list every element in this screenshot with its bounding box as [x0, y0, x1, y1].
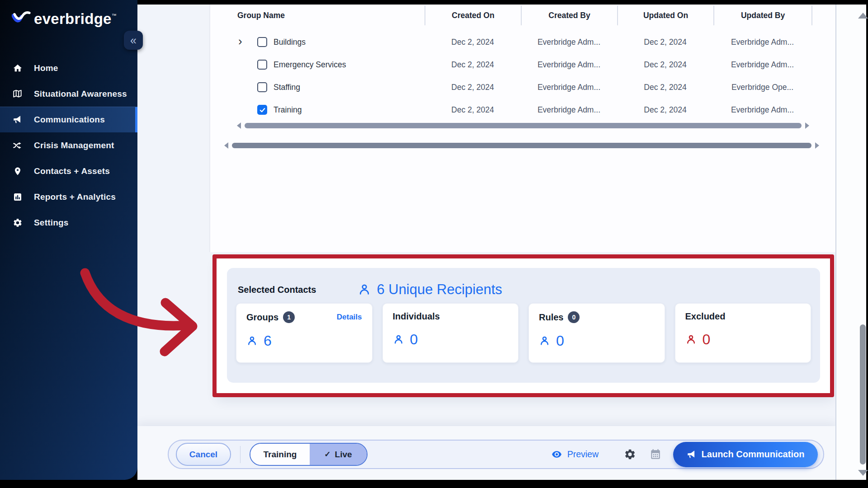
check-icon: ✓: [324, 450, 330, 459]
updated-by-value: Everbridge Adm...: [713, 60, 811, 70]
launch-communication-button[interactable]: Launch Communication: [673, 442, 818, 467]
preview-label: Preview: [567, 449, 599, 460]
table-row[interactable]: Training Dec 2, 2024 Everbridge Adm... D…: [210, 99, 835, 121]
sidebar-item-contacts-assets[interactable]: Contacts + Assets: [0, 158, 137, 184]
individuals-card[interactable]: Individuals 0: [382, 303, 519, 363]
megaphone-icon: [687, 450, 697, 460]
person-icon: [246, 335, 258, 347]
created-by-value: Everbridge Adm...: [521, 83, 617, 92]
table-horizontal-scrollbar[interactable]: [237, 122, 809, 129]
scroll-left-arrow-icon[interactable]: [224, 142, 228, 149]
updated-by-value: Everbridge Adm...: [713, 38, 811, 47]
column-header-created-on[interactable]: Created On: [425, 5, 521, 25]
check-icon: [259, 107, 266, 113]
sidebar-item-home[interactable]: Home: [0, 55, 137, 81]
group-name: Staffing: [274, 83, 300, 92]
scroll-down-arrow-icon[interactable]: [858, 470, 868, 476]
scroll-up-arrow-icon[interactable]: [858, 13, 868, 19]
gear-icon: [12, 218, 23, 228]
table-body: › Buildings Dec 2, 2024 Everbridge Adm..…: [210, 31, 835, 121]
groups-card-label: Groups: [246, 312, 278, 323]
megaphone-icon: [12, 115, 23, 125]
groups-count-badge: 1: [283, 311, 295, 323]
person-icon: [539, 335, 550, 347]
scrollbar-thumb[interactable]: [245, 123, 802, 128]
logo-trademark: ™: [112, 13, 117, 18]
updated-by-value: Everbridge Ope...: [713, 83, 811, 92]
sidebar-item-label: Reports + Analytics: [34, 192, 116, 202]
table-row[interactable]: Staffing Dec 2, 2024 Everbridge Adm... D…: [210, 76, 835, 99]
footer-divider: [240, 446, 241, 463]
toggle-training-option[interactable]: Training: [250, 444, 310, 465]
sidebar-item-reports-analytics[interactable]: Reports + Analytics: [0, 184, 137, 210]
scroll-right-arrow-icon[interactable]: [805, 122, 809, 129]
row-checkbox[interactable]: [257, 82, 267, 92]
excluded-card-label: Excluded: [685, 311, 726, 322]
sidebar-item-label: Settings: [34, 218, 69, 228]
vertical-scrollbar-track[interactable]: [835, 5, 866, 480]
vertical-scrollbar-thumb[interactable]: [860, 324, 866, 465]
sidebar-item-label: Crisis Management: [34, 141, 114, 150]
selected-contacts-title: Selected Contacts: [238, 285, 316, 295]
column-header-updated-by[interactable]: Updated By: [713, 5, 811, 25]
groups-count: 6: [264, 333, 272, 349]
group-name: Emergency Services: [274, 60, 346, 70]
sidebar-item-crisis-management[interactable]: Crisis Management: [0, 132, 137, 158]
updated-on-value: Dec 2, 2024: [617, 83, 713, 92]
launch-communication-label: Launch Communication: [702, 449, 805, 460]
training-live-toggle[interactable]: Training ✓ Live: [250, 443, 368, 466]
toggle-live-option[interactable]: ✓ Live: [310, 444, 367, 465]
sidebar-item-settings[interactable]: Settings: [0, 210, 137, 235]
home-icon: [12, 63, 23, 73]
unique-recipients-text: 6 Unique Recipients: [377, 282, 502, 298]
row-checkbox[interactable]: [257, 60, 267, 70]
group-name: Buildings: [274, 38, 306, 47]
sidebar-nav: Home Situational Awareness Communication…: [0, 55, 137, 235]
individuals-count: 0: [410, 331, 418, 348]
excluded-count: 0: [703, 331, 711, 348]
groups-card[interactable]: Groups 1 Details 6: [236, 303, 373, 363]
unique-recipients: 6 Unique Recipients: [358, 282, 502, 298]
scrollbar-thumb[interactable]: [232, 143, 811, 148]
sidebar-item-situational-awareness[interactable]: Situational Awareness: [0, 81, 137, 107]
column-divider: [811, 5, 812, 25]
sidebar-item-communications[interactable]: Communications: [0, 107, 137, 132]
updated-on-value: Dec 2, 2024: [617, 38, 713, 47]
groups-details-link[interactable]: Details: [337, 313, 362, 322]
cancel-button[interactable]: Cancel: [176, 443, 231, 466]
updated-by-value: Everbridge Adm...: [713, 105, 811, 115]
column-header-group-name[interactable]: Group Name: [210, 11, 425, 20]
bar-chart-icon: [12, 192, 23, 202]
scroll-left-arrow-icon[interactable]: [237, 122, 241, 129]
eye-icon: [551, 449, 562, 460]
preview-button[interactable]: Preview: [551, 449, 599, 460]
settings-gear-button[interactable]: [624, 448, 636, 460]
column-header-updated-on[interactable]: Updated On: [617, 5, 713, 25]
route-icon: [12, 141, 23, 150]
page-horizontal-scrollbar[interactable]: [224, 142, 819, 149]
excluded-card[interactable]: Excluded 0: [675, 303, 811, 363]
table-row[interactable]: Emergency Services Dec 2, 2024 Everbridg…: [210, 53, 835, 76]
person-icon: [685, 334, 697, 345]
person-icon: [358, 283, 371, 296]
schedule-calendar-button[interactable]: [650, 449, 661, 460]
scroll-right-arrow-icon[interactable]: [815, 142, 819, 149]
created-on-value: Dec 2, 2024: [425, 83, 521, 92]
rules-card[interactable]: Rules 0 0: [528, 303, 665, 363]
updated-on-value: Dec 2, 2024: [617, 60, 713, 70]
sidebar-item-label: Communications: [34, 115, 105, 125]
toggle-live-label: Live: [335, 450, 352, 460]
sidebar-collapse-button[interactable]: «: [124, 31, 143, 50]
selected-contacts-card: Selected Contacts 6 Unique Recipients Gr…: [217, 257, 833, 395]
row-checkbox[interactable]: [257, 37, 267, 47]
table-row[interactable]: › Buildings Dec 2, 2024 Everbridge Adm..…: [210, 31, 835, 53]
sidebar-item-label: Contacts + Assets: [34, 166, 110, 176]
column-header-created-by[interactable]: Created By: [521, 5, 617, 25]
expand-row-icon[interactable]: ›: [238, 35, 242, 47]
sidebar-item-label: Situational Awareness: [34, 89, 127, 99]
selected-contacts-panel: Selected Contacts 6 Unique Recipients Gr…: [227, 268, 820, 383]
table-header-row: Group Name Created On Created By Updated…: [210, 5, 835, 26]
footer-action-bar: Cancel Training ✓ Live Preview: [168, 440, 824, 469]
created-on-value: Dec 2, 2024: [425, 105, 521, 115]
row-checkbox-checked[interactable]: [257, 105, 267, 115]
